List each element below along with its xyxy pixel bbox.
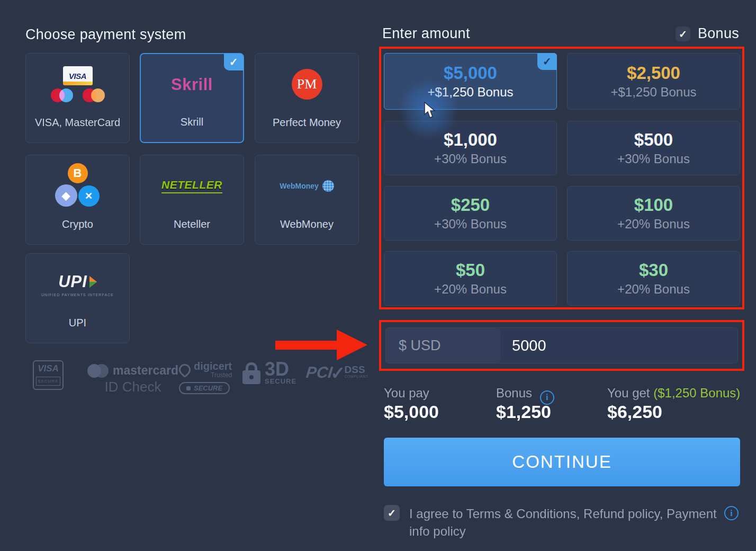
annotation-arrow-head [337,330,367,360]
preset-bonus: +30% Bonus [434,216,507,233]
pci-dss-badge: PCI ✓ DSS COMPLIANT [306,365,368,384]
payment-label: VISA, MasterCard [35,117,120,129]
webmoney-logo: WebMoney [280,182,319,190]
preset-amount: $5,000 [444,63,497,84]
payment-tile-visa-mastercard[interactable]: VISA VISA, MasterCard [25,53,130,143]
payment-label: Neteller [174,218,210,230]
annotation-arrow [275,341,339,350]
preset-amount: $50 [456,260,485,281]
threed-secure-badge: 3D SECURE [242,361,296,385]
payment-label: Crypto [62,218,93,230]
continue-button[interactable]: CONTINUE [384,438,740,486]
bonus-label: Bonus [496,386,532,400]
you-get-summary: You get ($1,250 Bonus) [607,386,740,401]
skrill-logo: Skrill [171,75,213,94]
bitcoin-icon: B [68,163,88,183]
preset-500[interactable]: $500 +30% Bonus [567,121,740,175]
amount-input[interactable] [500,328,737,363]
you-pay-label: You pay [384,386,429,401]
neteller-logo: NETELLER [161,179,222,193]
preset-50[interactable]: $50 +20% Bonus [384,251,557,306]
enter-amount-title: Enter amount [382,25,470,42]
preset-2500[interactable]: $2,500 +$1,250 Bonus [567,53,740,110]
maestro-icon [51,88,73,102]
crypto-icons: B ◆ ✕ [54,163,102,209]
lock-icon [186,386,191,390]
digicert-badge: digicert Trusted SECURE [179,360,232,394]
deposit-screen: Choose payment system VISA VISA, MasterC… [0,0,756,551]
preset-amount: $100 [634,194,673,216]
padlock-icon [242,362,260,384]
agreement-info-icon[interactable]: i [724,506,739,520]
bonus-checkbox-label: Bonus [698,25,739,42]
payment-tile-perfect-money[interactable]: PM Perfect Money [255,53,359,143]
preset-bonus: +20% Bonus [617,281,690,298]
agreement-text: I agree to Terms & Conditions, Refund po… [409,505,727,540]
preset-bonus: +30% Bonus [617,150,690,167]
payment-label: UPI [69,317,86,329]
digicert-icon [176,361,193,378]
selected-check-icon: ✓ [537,53,557,70]
payment-tile-crypto[interactable]: B ◆ ✕ Crypto [25,155,130,245]
perfect-money-icon: PM [292,69,322,100]
preset-amount: $250 [451,194,490,216]
currency-label: $ USD [399,337,441,354]
agree-checkbox[interactable]: ✓ [384,505,400,521]
preset-amount: $1,000 [444,129,497,150]
preset-bonus: +20% Bonus [617,216,690,233]
visa-secure-badge: VISA SECURE [33,360,64,390]
visa-card-logo: VISA [69,72,86,81]
choose-payment-title: Choose payment system [25,26,186,43]
upi-logo: UPI UNIFIED PAYMENTS INTERFACE [41,272,114,297]
visa-mastercard-icon: VISA [26,54,129,115]
preset-bonus: +$1,250 Bonus [610,84,696,101]
upi-arrow-icon [89,276,97,288]
preset-bonus: +20% Bonus [434,281,507,298]
mastercard-icon [83,88,105,102]
payment-label: Perfect Money [273,117,341,129]
preset-30[interactable]: $30 +20% Bonus [567,251,740,306]
you-get-value: $6,250 [607,402,662,422]
amount-input-row: $ USD [385,327,738,363]
payment-tile-neteller[interactable]: NETELLER Neteller [140,155,244,245]
bonus-checkbox[interactable]: ✓ [676,26,690,41]
payment-label: Skrill [181,116,203,128]
mastercard-idcheck-badge: mastercard ID Check [87,363,178,395]
preset-100[interactable]: $100 +20% Bonus [567,186,740,241]
payment-label: WebMoney [280,218,334,230]
you-pay-value: $5,000 [384,402,439,422]
preset-250[interactable]: $250 +30% Bonus [384,186,557,241]
preset-amount: $500 [634,129,673,150]
you-get-label: You get [607,386,650,400]
bonus-value: $1,250 [496,402,551,422]
preset-amount: $30 [639,260,668,281]
mastercard-circles-icon [87,364,109,378]
payment-tile-skrill[interactable]: ✓ Skrill Skrill [140,53,244,143]
payment-tile-webmoney[interactable]: WebMoney WebMoney [255,155,359,245]
ethereum-icon: ◆ [55,184,77,207]
webmoney-globe-icon [322,180,334,192]
preset-amount: $2,500 [627,63,680,84]
mouse-cursor-icon [424,102,438,120]
preset-bonus: +30% Bonus [434,150,507,167]
ripple-icon: ✕ [78,185,100,207]
you-get-bonus-note: ($1,250 Bonus) [653,386,740,400]
currency-selector[interactable]: $ USD [386,328,500,363]
payment-tile-upi[interactable]: UPI UNIFIED PAYMENTS INTERFACE UPI [25,253,130,343]
